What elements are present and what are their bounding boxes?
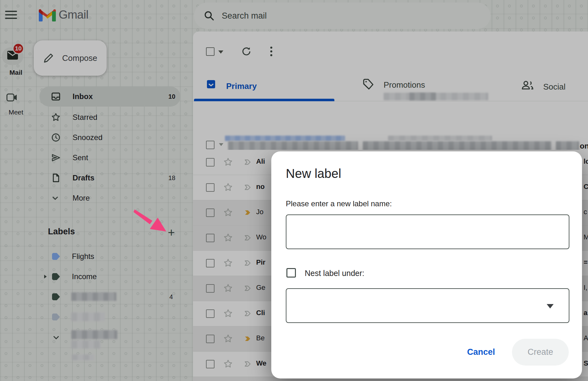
label-name-input[interactable] — [286, 214, 569, 249]
nest-label-text: Nest label under: — [305, 269, 364, 278]
annotation-arrow — [131, 205, 172, 237]
cancel-button[interactable]: Cancel — [461, 343, 502, 361]
dropdown-arrow-icon — [547, 304, 554, 312]
label-name-prompt: Please enter a new label name: — [286, 199, 392, 208]
nest-label-checkbox[interactable] — [286, 268, 296, 278]
dialog-title: New label — [286, 167, 341, 181]
create-button[interactable]: Create — [512, 339, 569, 366]
parent-label-dropdown[interactable] — [286, 288, 569, 323]
gmail-new-label-screen: { "leftrail": { "mail_label": "Mail", "m… — [0, 0, 588, 381]
new-label-dialog: New label Please enter a new label name:… — [271, 151, 582, 378]
